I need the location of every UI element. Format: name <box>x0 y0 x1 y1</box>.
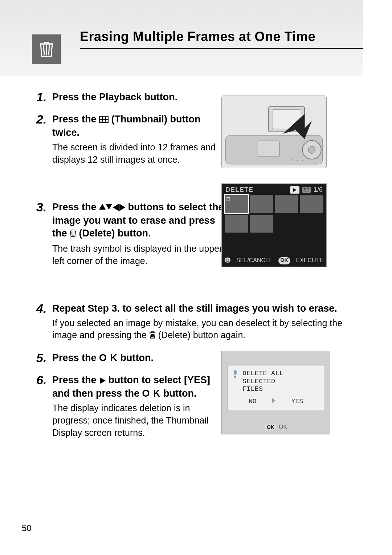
step-4: 4. Repeat Step 3. to select all the stil… <box>36 302 356 343</box>
step-number: 1. <box>36 91 52 104</box>
thumbnail <box>300 195 323 213</box>
dialog-line1: DELETE ALL SELECTED <box>242 370 320 385</box>
thumbnail <box>250 215 273 233</box>
thumbnail <box>225 195 248 213</box>
screen-label: DELETE <box>225 186 253 194</box>
page-title: Erasing Multiple Frames at One Time <box>80 29 363 49</box>
svg-line-16 <box>74 232 74 236</box>
play-icon <box>290 186 299 194</box>
ok-text: OK <box>279 424 287 430</box>
step-number: 6. <box>36 374 52 439</box>
confirm-dialog-screen: DELETE ALL SELECTED FILES NO YES OK OK <box>221 351 330 434</box>
svg-point-35 <box>225 258 230 263</box>
step-description: If you selected an image by mistake, you… <box>52 317 356 343</box>
step-description: The trash symbol is displayed in the upp… <box>52 243 226 267</box>
svg-line-2 <box>49 45 49 55</box>
step-number: 3. <box>36 201 52 267</box>
trash-icon <box>32 35 61 64</box>
alert-icon <box>232 370 239 378</box>
svg-rect-25 <box>258 141 279 157</box>
text: button. <box>163 388 196 399</box>
step-instruction: Repeat Step 3. to select all the still i… <box>52 302 356 315</box>
footer-left: SEL/CANCEL <box>236 257 273 264</box>
svg-line-19 <box>153 334 154 337</box>
text: button. <box>121 352 154 363</box>
page-number: 50 <box>22 523 32 533</box>
ok-badge: OK <box>265 424 277 430</box>
step-number: 4. <box>36 302 52 343</box>
svg-line-14 <box>72 232 72 236</box>
thumbnail <box>275 195 298 213</box>
sd-badge: SD <box>302 187 311 193</box>
svg-rect-9 <box>106 120 108 122</box>
text: Press the <box>52 202 99 212</box>
text: Press the <box>52 374 99 385</box>
svg-marker-11 <box>106 204 112 210</box>
screen-footer: SEL/CANCEL OK EXECUTE <box>222 257 326 264</box>
step-description: The screen is divided into 12 frames and… <box>52 141 226 166</box>
text: (Delete) button again. <box>158 330 245 340</box>
dpad-icon <box>99 202 125 214</box>
thumbnail-icon <box>99 114 109 126</box>
svg-rect-33 <box>227 198 230 201</box>
thumbnail <box>275 215 298 233</box>
svg-rect-5 <box>103 117 105 119</box>
svg-marker-12 <box>113 204 119 211</box>
svg-point-24 <box>308 146 315 154</box>
svg-rect-7 <box>100 120 102 122</box>
trash-icon <box>149 330 156 342</box>
svg-point-38 <box>234 370 237 375</box>
dialog-line2: FILES <box>242 385 320 393</box>
step-number: 5. <box>36 352 52 364</box>
svg-marker-40 <box>272 398 275 404</box>
footer-right: EXECUTE <box>296 257 324 264</box>
thumbnail <box>250 195 273 213</box>
svg-marker-20 <box>100 377 106 384</box>
svg-rect-4 <box>100 117 102 119</box>
svg-marker-10 <box>99 204 106 210</box>
ok-label: O K <box>99 352 118 363</box>
delete-screen: DELETE SD 1/6 SEL/CANCEL OK EXECUTE <box>221 183 327 267</box>
svg-point-30 <box>297 160 298 161</box>
svg-marker-32 <box>293 188 297 192</box>
thumbnail-grid <box>222 195 326 233</box>
svg-rect-8 <box>103 120 105 122</box>
text: Press the <box>52 352 99 363</box>
svg-point-31 <box>302 160 303 161</box>
thumbnail <box>225 215 248 233</box>
step-instruction: Press the (Thumbnail) button twice. <box>52 113 226 139</box>
text: Press the <box>52 114 99 125</box>
text: (Delete) button. <box>79 228 151 239</box>
right-arrow-icon <box>99 374 106 387</box>
step-instruction: Press the button to select [YES] and the… <box>52 374 226 400</box>
svg-point-39 <box>234 376 236 378</box>
svg-line-0 <box>44 45 44 55</box>
camera-illustration <box>221 96 327 168</box>
yes-option: YES <box>291 398 303 405</box>
step-description: The display indicates deletion is in pro… <box>52 402 226 439</box>
dialog-box: DELETE ALL SELECTED FILES NO YES <box>228 366 324 410</box>
svg-point-29 <box>292 159 293 161</box>
no-option: NO <box>249 398 257 405</box>
counter: 1/6 <box>314 186 323 194</box>
svg-marker-13 <box>119 204 125 211</box>
svg-line-17 <box>151 334 152 337</box>
ok-badge: OK <box>278 257 290 264</box>
trash-icon <box>70 228 76 240</box>
ok-label: O K <box>142 388 161 399</box>
svg-rect-6 <box>106 117 108 119</box>
cursor-icon <box>272 398 276 405</box>
thumbnail <box>300 215 323 233</box>
trash-icon <box>225 257 230 264</box>
step-instruction: Press the buttons to select the image yo… <box>52 201 226 240</box>
step-number: 2. <box>36 113 52 166</box>
